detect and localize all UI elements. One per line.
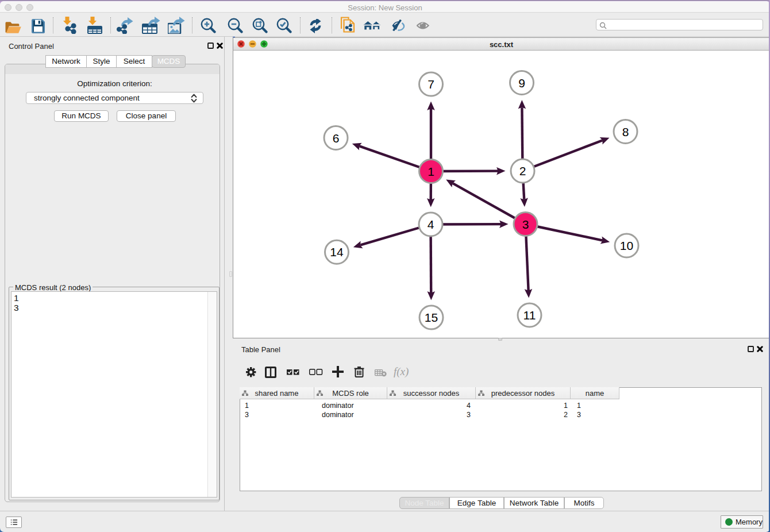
svg-text:14: 14 <box>330 245 344 259</box>
svg-text:11: 11 <box>523 309 536 322</box>
svg-text:2: 2 <box>519 164 526 178</box>
svg-text:8: 8 <box>622 125 629 138</box>
svg-text:1: 1 <box>428 165 434 178</box>
svg-text:3: 3 <box>522 218 529 231</box>
svg-text:7: 7 <box>428 78 434 91</box>
svg-text:4: 4 <box>428 218 434 231</box>
svg-text:15: 15 <box>425 311 438 324</box>
svg-text:10: 10 <box>620 239 633 252</box>
svg-text:6: 6 <box>333 132 340 145</box>
svg-text:9: 9 <box>518 76 525 90</box>
